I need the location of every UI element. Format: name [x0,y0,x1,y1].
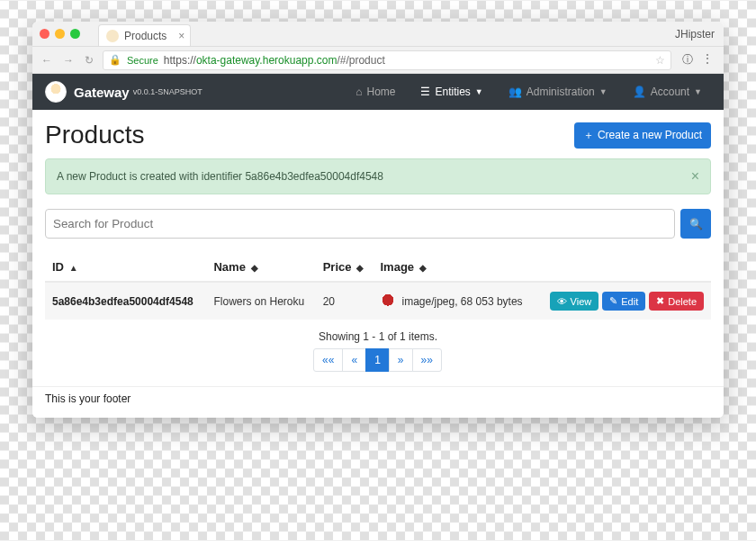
cell-name: Flowers on Heroku [206,282,315,320]
chevron-down-icon: ▼ [475,87,483,96]
page-last[interactable]: »» [412,348,442,372]
window-profile-label: JHipster [675,28,715,41]
sort-icon: ◆ [356,263,364,273]
url-text: https://okta-gateway.herokuapp.com/#/pro… [164,54,385,67]
page-body: Products ＋ Create a new Product A new Pr… [32,110,724,386]
url-field[interactable]: 🔒 Secure https://okta-gateway.herokuapp.… [103,50,671,70]
col-price[interactable]: Price ◆ [316,253,374,282]
sort-icon: ◆ [419,263,427,273]
brand[interactable]: Gateway v0.0.1-SNAPSHOT [45,81,202,103]
search-icon: 🔍 [689,218,703,230]
window-minimize-icon[interactable] [55,29,65,39]
lock-icon: 🔒 [109,54,122,66]
nav-entities[interactable]: ☰ Entities ▼ [411,80,491,104]
window-close-icon[interactable] [40,29,50,39]
delete-button[interactable]: ✖ Delete [649,292,704,311]
home-icon: ⌂ [356,86,362,98]
edit-button[interactable]: ✎ Edit [602,292,645,311]
col-id[interactable]: ID ▲ [45,253,206,282]
nav-admin[interactable]: 👥 Administration ▼ [500,80,616,104]
app-navbar: Gateway v0.0.1-SNAPSHOT ⌂ Home ☰ Entitie… [32,74,724,110]
tab-close-icon[interactable]: × [178,30,184,42]
user-icon: 👤 [633,86,646,98]
product-image-thumb-icon[interactable] [380,293,396,310]
nav-home[interactable]: ⌂ Home [346,80,404,104]
col-image[interactable]: Image ◆ [373,253,536,282]
create-button[interactable]: ＋ Create a new Product [574,122,711,149]
pagination-summary: Showing 1 - 1 of 1 items. [45,330,711,343]
sort-asc-icon: ▲ [69,263,78,273]
alert-close-icon[interactable]: × [691,168,699,185]
overflow-icon[interactable]: ⋮ [702,52,713,68]
success-alert: A new Product is created with identifier… [45,158,711,194]
sort-icon: ◆ [251,263,258,273]
table-row: 5a86e4b3edfea50004df4548 Flowers on Hero… [45,282,711,320]
window-zoom-icon[interactable] [70,29,80,39]
tab-title: Products [124,30,166,42]
page-title: Products [45,121,145,149]
browser-window: Products × JHipster ← → ↻ 🔒 Secure https… [32,22,724,418]
search-input[interactable] [45,209,675,239]
users-icon: 👥 [508,86,522,98]
page-current[interactable]: 1 [365,348,390,372]
pagination: «« « 1 » »» [314,348,442,372]
nav-account[interactable]: 👤 Account ▼ [624,80,711,104]
view-button[interactable]: 👁 View [550,292,599,311]
window-titlebar: Products × JHipster [32,22,724,47]
browser-toolbar: ← → ↻ 🔒 Secure https://okta-gateway.hero… [32,47,724,74]
page-next[interactable]: » [389,348,413,372]
info-icon[interactable]: ⓘ [682,52,693,68]
chevron-down-icon: ▼ [694,87,702,96]
eye-icon: 👁 [557,296,567,307]
favicon-icon [106,30,119,42]
pencil-icon: ✎ [609,295,617,307]
search-button[interactable]: 🔍 [680,209,711,239]
page-first[interactable]: «« [313,348,343,372]
forward-icon[interactable]: → [61,54,76,67]
alert-text: A new Product is created with identifier… [57,170,383,183]
reload-icon[interactable]: ↻ [83,54,95,67]
browser-tab[interactable]: Products × [98,24,191,46]
page-prev[interactable]: « [342,348,366,372]
cell-price: 20 [316,282,374,320]
secure-label: Secure [127,55,158,66]
bookmark-star-icon[interactable]: ☆ [655,54,665,67]
cell-image: image/jpeg, 68 053 bytes [373,282,536,320]
times-icon: ✖ [656,295,664,307]
list-icon: ☰ [420,86,430,98]
products-table: ID ▲ Name ◆ Price ◆ Image ◆ 5a86e4b3edfe… [45,253,711,320]
chevron-down-icon: ▼ [599,87,608,96]
plus-icon: ＋ [583,128,594,143]
brand-logo-icon [45,81,67,103]
footer: This is your footer [32,386,724,418]
col-name[interactable]: Name ◆ [206,253,315,282]
back-icon[interactable]: ← [40,54,54,67]
cell-id[interactable]: 5a86e4b3edfea50004df4548 [45,282,206,320]
